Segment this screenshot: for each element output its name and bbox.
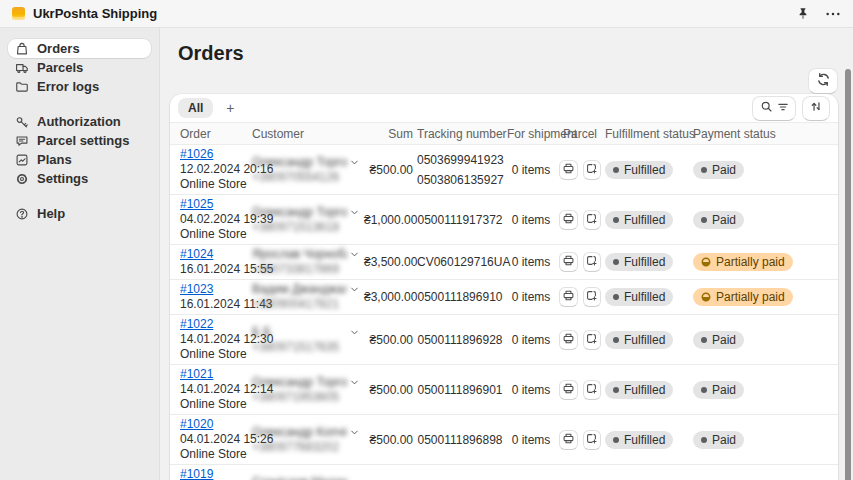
- add-parcel-button[interactable]: [583, 210, 602, 230]
- fulfillment-status-label: Fulfilled: [624, 383, 665, 397]
- sidebar-item-authorization[interactable]: Authorization: [8, 112, 151, 131]
- add-parcel-icon: [585, 254, 598, 270]
- customer-phone-blurred: +380971953605: [252, 390, 347, 405]
- printer-icon: [562, 254, 575, 270]
- print-parcel-button[interactable]: [559, 160, 578, 180]
- fulfillment-cell: Fulfilled: [603, 286, 691, 308]
- order-link[interactable]: #1023: [180, 282, 213, 296]
- chevron-down-icon[interactable]: [349, 377, 360, 391]
- sidebar-item-plans[interactable]: Plans: [8, 150, 151, 169]
- order-link[interactable]: #1022: [180, 317, 213, 331]
- orders-card: All +: [170, 94, 838, 480]
- sidebar-item-error-logs[interactable]: Error logs: [8, 77, 151, 96]
- sort-button[interactable]: [802, 96, 830, 121]
- add-parcel-button[interactable]: [583, 252, 602, 272]
- for-shipment-cell: 0 items: [505, 288, 557, 306]
- customer-cell: Ярослав Чорнобай В…+380733817869: [250, 245, 362, 279]
- payment-status-badge: Paid: [693, 161, 744, 179]
- fulfillment-status-label: Fulfilled: [624, 255, 665, 269]
- add-parcel-button[interactable]: [583, 380, 602, 400]
- column-header-tracking[interactable]: Tracking number: [415, 127, 505, 141]
- tracking-cell: CV060129716UA: [415, 253, 505, 271]
- partially-paid-icon: [701, 292, 711, 302]
- parcel-cell: [557, 208, 603, 232]
- help-icon: [15, 207, 29, 221]
- print-parcel-button[interactable]: [559, 287, 578, 307]
- refresh-button[interactable]: [808, 68, 838, 94]
- order-channel: Online Store: [180, 177, 248, 192]
- order-link[interactable]: #1024: [180, 247, 213, 261]
- printer-icon: [562, 212, 575, 228]
- chevron-down-icon[interactable]: [349, 207, 360, 221]
- add-parcel-button[interactable]: [583, 430, 602, 450]
- chevron-down-icon[interactable]: [349, 477, 360, 480]
- tracking-number: 0503699941923: [417, 153, 503, 167]
- print-parcel-button[interactable]: [559, 252, 578, 272]
- print-parcel-button[interactable]: [559, 330, 578, 350]
- column-header-fulfillment[interactable]: Fulfillment status: [603, 127, 691, 141]
- sidebar-item-help[interactable]: Help: [8, 204, 151, 223]
- sidebar-item-orders[interactable]: Orders: [8, 39, 151, 58]
- ellipsis-icon[interactable]: [825, 6, 841, 22]
- chevron-down-icon[interactable]: [349, 427, 360, 441]
- add-parcel-button[interactable]: [583, 160, 602, 180]
- sum-cell: ₴500.00: [362, 331, 415, 349]
- pin-icon[interactable]: [795, 6, 811, 22]
- customer-wrap: Станіслав Малаховс…+481334511849: [252, 475, 360, 480]
- tracking-cell: 0500111896910: [415, 288, 505, 306]
- order-date: 04.02.2024 19:39: [180, 212, 248, 227]
- scrollbar-thumb[interactable]: [845, 69, 851, 480]
- add-parcel-button[interactable]: [583, 287, 602, 307]
- order-cell: #102114.01.2024 12:14Online Store: [170, 365, 250, 414]
- customer-cell: Олександр Копчій+380977683202: [250, 423, 362, 457]
- order-link[interactable]: #1020: [180, 417, 213, 431]
- column-header-customer[interactable]: Customer: [250, 127, 362, 141]
- column-header-payment[interactable]: Payment status: [691, 127, 838, 141]
- sidebar-item-parcel-settings[interactable]: Parcel settings: [8, 131, 151, 150]
- order-link[interactable]: #1026: [180, 147, 213, 161]
- print-parcel-button[interactable]: [559, 210, 578, 230]
- order-link[interactable]: #1019: [180, 467, 213, 480]
- column-header-sum[interactable]: Sum: [362, 127, 415, 141]
- parcel-cell: [557, 428, 603, 452]
- fulfillment-status-badge: Fulfilled: [605, 161, 673, 179]
- column-header-shipment[interactable]: For shipment: [505, 127, 557, 141]
- fulfillment-status-badge: Fulfilled: [605, 288, 673, 306]
- error-logs-icon: [15, 80, 29, 94]
- order-channel: Online Store: [180, 347, 248, 362]
- sidebar-item-label: Parcels: [37, 60, 83, 75]
- customer-lines: Олександр Торговел…+380970554126: [252, 155, 347, 185]
- payment-status-label: Paid: [712, 333, 736, 347]
- fulfillment-cell: Fulfilled: [603, 251, 691, 273]
- authorization-icon: [15, 115, 29, 129]
- tracking-cell: 05036999419230503806135927: [415, 151, 505, 189]
- chevron-down-icon[interactable]: [349, 157, 360, 171]
- table-row: #102316.01.2024 11:43Вадим Джанджалав С……: [170, 280, 838, 315]
- add-parcel-button[interactable]: [583, 330, 602, 350]
- sidebar-group: AuthorizationParcel settingsPlansSetting…: [8, 112, 151, 188]
- order-date: 16.01.2024 11:43: [180, 297, 248, 312]
- payment-status-label: Paid: [712, 433, 736, 447]
- parcels-icon: [15, 61, 29, 75]
- parcel-cell: [557, 328, 603, 352]
- chevron-down-icon[interactable]: [349, 327, 360, 341]
- payment-status-label: Paid: [712, 383, 736, 397]
- order-link[interactable]: #1021: [180, 367, 213, 381]
- sum-cell: ₴500.00: [362, 161, 415, 179]
- app-header: UkrPoshta Shipping: [12, 6, 157, 21]
- fulfillment-status-label: Fulfilled: [624, 433, 665, 447]
- customer-phone-blurred: +380971517635: [252, 340, 347, 355]
- column-header-order[interactable]: Order: [170, 127, 250, 141]
- add-view-button[interactable]: +: [219, 98, 241, 118]
- column-header-parcel[interactable]: Parcel: [557, 127, 603, 141]
- sidebar-item-parcels[interactable]: Parcels: [8, 58, 151, 77]
- search-filter-button[interactable]: [752, 96, 796, 121]
- print-parcel-button[interactable]: [559, 430, 578, 450]
- chevron-down-icon[interactable]: [349, 249, 360, 263]
- print-parcel-button[interactable]: [559, 380, 578, 400]
- order-link[interactable]: #1025: [180, 197, 213, 211]
- chevron-down-icon[interactable]: [349, 284, 360, 298]
- payment-status-label: Paid: [712, 213, 736, 227]
- sidebar-item-settings[interactable]: Settings: [8, 169, 151, 188]
- tab-all[interactable]: All: [178, 98, 213, 118]
